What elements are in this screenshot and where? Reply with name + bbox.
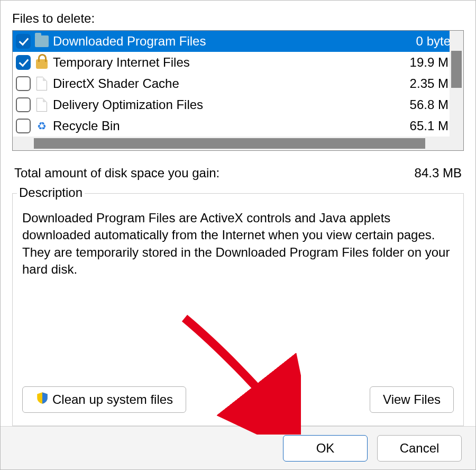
total-space-label: Total amount of disk space you gain: [14, 166, 219, 180]
total-space-row: Total amount of disk space you gain: 84.… [12, 166, 464, 180]
cancel-button[interactable]: Cancel [377, 435, 462, 462]
checkbox-directx-shader-cache[interactable] [16, 76, 31, 91]
list-item-label: Temporary Internet Files [53, 55, 410, 70]
ok-button[interactable]: OK [283, 435, 368, 462]
shield-icon [35, 391, 49, 408]
description-buttons: Clean up system files View Files [22, 386, 454, 415]
total-space-value: 84.3 MB [415, 166, 462, 180]
description-text: Downloaded Program Files are ActiveX con… [22, 210, 454, 278]
clean-up-system-files-button[interactable]: Clean up system files [22, 386, 186, 413]
vertical-scrollbar-thumb[interactable] [451, 51, 462, 88]
list-item-label: DirectX Shader Cache [53, 76, 410, 91]
checkbox-downloaded-program-files[interactable] [16, 34, 31, 49]
folder-icon [34, 33, 50, 49]
files-to-delete-label: Files to delete: [12, 11, 464, 26]
file-icon [34, 76, 50, 92]
files-listbox[interactable]: Downloaded Program Files 0 bytes Tempora… [12, 30, 464, 151]
ok-button-label: OK [316, 441, 335, 456]
disk-cleanup-dialog: Files to delete: Downloaded Program File… [0, 0, 476, 470]
list-item-label: Downloaded Program Files [53, 34, 416, 49]
horizontal-scrollbar[interactable] [13, 137, 463, 150]
vertical-scrollbar[interactable] [450, 31, 463, 137]
checkbox-delivery-optimization-files[interactable] [16, 97, 31, 112]
lock-icon [34, 55, 50, 70]
list-item-label: Delivery Optimization Files [53, 97, 410, 112]
checkbox-temporary-internet-files[interactable] [16, 55, 31, 70]
list-item-downloaded-program-files[interactable]: Downloaded Program Files 0 bytes [13, 31, 463, 52]
dialog-content: Files to delete: Downloaded Program File… [1, 1, 475, 426]
list-item-label: Recycle Bin [53, 119, 410, 133]
file-icon [34, 97, 50, 113]
files-list-items: Downloaded Program Files 0 bytes Tempora… [13, 31, 463, 137]
view-files-button[interactable]: View Files [370, 386, 454, 413]
list-item-temporary-internet-files[interactable]: Temporary Internet Files 19.9 MB [13, 52, 463, 73]
description-group: Description Downloaded Program Files are… [12, 193, 464, 426]
list-item-directx-shader-cache[interactable]: DirectX Shader Cache 2.35 MB [13, 73, 463, 94]
cancel-button-label: Cancel [400, 441, 440, 456]
clean-up-system-files-label: Clean up system files [52, 392, 173, 407]
list-item-recycle-bin[interactable]: ♻ Recycle Bin 65.1 MB [13, 115, 463, 137]
checkbox-recycle-bin[interactable] [16, 119, 31, 133]
recycle-icon: ♻ [34, 118, 50, 134]
list-item-delivery-optimization-files[interactable]: Delivery Optimization Files 56.8 MB [13, 94, 463, 115]
horizontal-scrollbar-thumb[interactable] [34, 138, 425, 149]
view-files-label: View Files [383, 392, 441, 407]
dialog-footer: OK Cancel [1, 426, 475, 469]
description-caption: Description [17, 185, 85, 200]
